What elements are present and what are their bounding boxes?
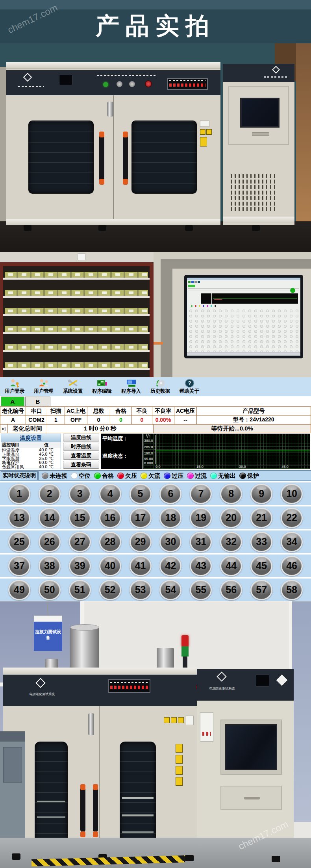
temp-curve-button[interactable]: 温度曲线 [63, 434, 99, 441]
system-settings-button[interactable]: 系统设置 [60, 378, 86, 395]
status-sphere-56[interactable]: 56 [220, 580, 242, 600]
status-sphere-40[interactable]: 40 [99, 556, 121, 576]
door-latch[interactable] [88, 713, 94, 735]
temp-info-panel: 平均温度： 温度状态： [101, 434, 143, 469]
status-sphere-58[interactable]: 58 [281, 580, 303, 600]
program-import-button[interactable]: 程序导入 [118, 378, 144, 395]
timer-spin-button[interactable]: ▸| [0, 425, 8, 433]
status-sphere-21[interactable]: 21 [250, 508, 272, 528]
status-sphere-30[interactable]: 30 [159, 532, 181, 552]
status-sphere-50[interactable]: 50 [39, 580, 61, 600]
right-door-handle[interactable] [93, 786, 98, 832]
status-sphere-15[interactable]: 15 [69, 508, 91, 528]
help-about-button[interactable]: ? 帮助关于 [176, 378, 202, 395]
left-door-handle[interactable] [80, 786, 85, 832]
status-sphere-17[interactable]: 17 [130, 508, 152, 528]
status-sphere-18[interactable]: 18 [159, 508, 181, 528]
control-knob[interactable] [129, 81, 135, 87]
status-sphere-51[interactable]: 51 [69, 580, 91, 600]
status-sphere-46[interactable]: 46 [281, 556, 303, 576]
status-sphere-2[interactable]: 2 [39, 484, 61, 504]
cabinet-drawer[interactable] [220, 786, 282, 810]
status-sphere-41[interactable]: 41 [130, 556, 152, 576]
machine-label-cabinet: 电源老化测试系统 [199, 686, 245, 691]
door-seam [99, 706, 100, 854]
status-sphere-31[interactable]: 31 [190, 532, 212, 552]
status-sphere-20[interactable]: 20 [220, 508, 242, 528]
handle-cap [93, 784, 98, 790]
status-sphere-9[interactable]: 9 [250, 484, 272, 504]
status-sphere-26[interactable]: 26 [39, 532, 61, 552]
program-edit-button[interactable]: 程序编辑 [89, 378, 115, 395]
emergency-stop-button[interactable] [145, 80, 152, 87]
breaker-switches[interactable] [202, 732, 211, 736]
status-table-row: A COM2 1 OFF 0 0 0 0.00% -- 型号：24v1a220 [0, 415, 311, 425]
status-sphere-16[interactable]: 16 [99, 508, 121, 528]
status-sphere-19[interactable]: 19 [190, 508, 212, 528]
status-sphere-27[interactable]: 27 [69, 532, 91, 552]
status-sphere-54[interactable]: 54 [159, 580, 181, 600]
status-sphere-8[interactable]: 8 [220, 484, 242, 504]
power-on-button[interactable] [103, 82, 108, 87]
status-sphere-10[interactable]: 10 [281, 484, 303, 504]
cabinet-button-strip[interactable] [252, 132, 269, 136]
status-sphere-57[interactable]: 57 [250, 580, 272, 600]
status-sphere-32[interactable]: 32 [220, 532, 242, 552]
status-sphere-13[interactable]: 13 [8, 508, 30, 528]
status-sphere-53[interactable]: 53 [130, 580, 152, 600]
history-data-button[interactable]: 历史数据 [147, 378, 173, 395]
help-about-icon: ? [184, 378, 195, 388]
status-sphere-22[interactable]: 22 [281, 508, 303, 528]
monitor [184, 275, 303, 358]
sphere-number: 7 [198, 488, 204, 499]
status-sphere-33[interactable]: 33 [250, 532, 272, 552]
status-sphere-25[interactable]: 25 [8, 532, 30, 552]
voltage-chart: V↑ 380.0 285.0 190.0 95.00 0.000 0.0 15.… [143, 434, 310, 469]
legend-color-dot [117, 473, 124, 479]
tab-channel-b[interactable]: B [25, 397, 50, 406]
sphere-number: 55 [195, 584, 206, 595]
info-sticker [200, 121, 209, 127]
status-sphere-43[interactable]: 43 [190, 556, 212, 576]
status-sphere-1[interactable]: 1 [8, 484, 30, 504]
door-latch[interactable] [107, 102, 113, 117]
status-sphere-52[interactable]: 52 [99, 580, 121, 600]
view-temp-button[interactable]: 查看温度 [63, 452, 99, 460]
sphere-number: 29 [135, 536, 146, 547]
status-sphere-49[interactable]: 49 [8, 580, 30, 600]
status-sphere-3[interactable]: 3 [69, 484, 91, 504]
sphere-number: 40 [105, 560, 116, 571]
status-sphere-28[interactable]: 28 [99, 532, 121, 552]
status-sphere-34[interactable]: 34 [281, 532, 303, 552]
status-sphere-7[interactable]: 7 [190, 484, 212, 504]
status-sphere-5[interactable]: 5 [130, 484, 152, 504]
status-sphere-39[interactable]: 39 [69, 556, 91, 576]
status-sphere-42[interactable]: 42 [159, 556, 181, 576]
drawer-handle[interactable] [244, 797, 260, 799]
user-login-button[interactable]: 用户登录 [2, 378, 28, 395]
status-sphere-55[interactable]: 55 [190, 580, 212, 600]
cell-ac-power[interactable]: OFF [65, 415, 87, 425]
status-sphere-44[interactable]: 44 [220, 556, 242, 576]
left-door-handle[interactable] [99, 134, 104, 181]
status-sphere-4[interactable]: 4 [99, 484, 121, 504]
view-barcode-button[interactable]: 查看条码 [63, 461, 99, 469]
status-sphere-37[interactable]: 37 [8, 556, 30, 576]
right-door-handle[interactable] [123, 134, 128, 181]
warning-sticker [176, 766, 183, 775]
legend-color-dot [239, 473, 246, 479]
status-sphere-29[interactable]: 29 [130, 532, 152, 552]
legend-item-label: 欠压 [125, 472, 137, 480]
control-knob[interactable] [117, 81, 122, 87]
status-sphere-6[interactable]: 6 [159, 484, 181, 504]
oven-top-trim [6, 62, 220, 69]
user-management-button[interactable]: 用户管理 [31, 378, 57, 395]
tab-channel-a[interactable]: A [1, 397, 24, 406]
brand-logo-icon [217, 671, 226, 681]
program-edit-icon [97, 378, 107, 388]
status-sphere-45[interactable]: 45 [250, 556, 272, 576]
program-import-icon [126, 378, 137, 388]
sequence-curve-button[interactable]: 时序曲线 [63, 443, 99, 451]
status-sphere-38[interactable]: 38 [39, 556, 61, 576]
status-sphere-14[interactable]: 14 [39, 508, 61, 528]
